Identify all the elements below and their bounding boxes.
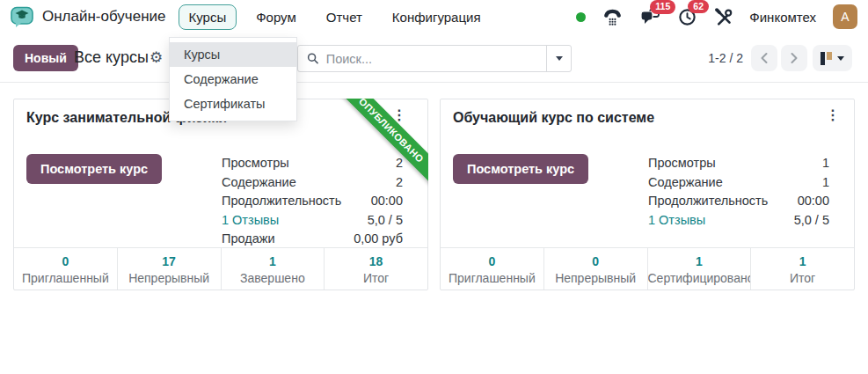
stat-value: 2 [396,154,403,173]
stat-value: 5,0 / 5 [368,211,403,231]
activities-count-badge: 62 [688,0,709,13]
view-course-button[interactable]: Посмотреть курс [453,154,588,184]
stat-row: Продажи 0,00 руб [222,230,403,249]
stat-row: Просмотры 1 [648,154,829,173]
footer-stat-total[interactable]: 1 Итог [751,248,854,290]
course-title: Обучающий курс по системе [453,110,842,126]
chevron-down-icon [837,56,844,61]
stat-value: 1 [822,154,829,173]
pager-range: 1-2 / 2 [708,51,743,65]
footer-stat-label: Завершено [222,271,325,285]
app-title: Онлайн-обучение [42,8,166,26]
stat-value: 00:00 [371,192,403,211]
footer-stat-value: 1 [751,254,854,268]
view-course-button[interactable]: Посмотреть курс [26,154,162,184]
stat-row: 1 Отзывы 5,0 / 5 [648,211,829,231]
menu-forum[interactable]: Форум [245,4,307,30]
gear-icon[interactable]: ⚙ [150,48,163,67]
stat-row: 1 Отзывы 5,0 / 5 [222,211,403,231]
online-status-dot [576,12,586,22]
main-menu: Курсы Форум Отчет Конфигурация [179,4,492,30]
control-panel: Новый Все курсы ⚙ 1-2 / 2 [0,33,868,83]
stat-value: 00:00 [798,192,829,211]
footer-stat-value: 0 [441,254,543,268]
footer-stat-invited[interactable]: 0 Приглашенный [441,248,544,290]
search-bar [297,45,572,72]
kanban-view-icon [821,52,832,65]
dropdown-item-certificates[interactable]: Сертификаты [170,92,296,116]
pager-previous-button[interactable] [751,45,777,71]
card-footer: 0 Приглашенный 17 Непрерывный 1 Завершен… [14,247,427,290]
view-switcher-button[interactable] [813,45,852,71]
messages-count-badge: 115 [650,0,675,14]
footer-stat-value: 0 [544,254,647,268]
new-button[interactable]: Новый [13,45,78,71]
card-footer: 0 Приглашенный 0 Непрерывный 1 Сертифици… [441,247,854,290]
search-icon [307,52,319,65]
courses-menu-dropdown: Курсы Содержание Сертификаты [169,37,297,121]
reviews-link[interactable]: 1 Отзывы [648,211,705,231]
search-filters-toggle[interactable] [547,46,571,71]
footer-stat-value: 0 [14,254,117,268]
kebab-menu-icon[interactable]: ⋮ [392,108,406,122]
course-stats: Просмотры 2 Содержание 2 Продолжительнос… [222,154,403,249]
dropdown-item-courses[interactable]: Курсы [170,42,296,67]
stat-row: Просмотры 2 [222,154,403,173]
stat-label: Содержание [648,173,723,193]
stat-label: Продолжительность [648,192,768,211]
search-input[interactable] [326,52,537,66]
chevron-down-icon [556,56,563,61]
stat-label: Просмотры [648,154,716,173]
course-card-physics[interactable]: Курс занимательной физики ⋮ ОПУБЛИКОВАНО… [13,99,428,290]
footer-stat-label: Итог [325,271,427,285]
course-stats: Просмотры 1 Содержание 1 Продолжительнос… [648,154,829,230]
kanban-area: Курс занимательной физики ⋮ ОПУБЛИКОВАНО… [0,83,868,374]
footer-stat-completed[interactable]: 1 Завершено [222,248,325,290]
stat-value: 1 [822,173,829,193]
stat-row: Продолжительность 00:00 [648,192,829,211]
stat-value: 2 [396,173,403,193]
footer-stat-label: Непрерывный [118,271,221,285]
messages-icon[interactable]: 115 [639,7,660,26]
systray: 115 62 Финкомтех A [576,4,857,29]
stat-label: Продажи [222,230,275,249]
footer-stat-value: 1 [222,254,325,268]
search-input-area[interactable] [298,46,547,71]
stat-row: Содержание 2 [222,173,403,193]
elearning-app-icon[interactable] [11,6,33,28]
footer-stat-label: Приглашенный [441,271,543,285]
pager-next-button[interactable] [781,45,807,71]
breadcrumb: Все курсы [74,48,149,67]
footer-stat-invited[interactable]: 0 Приглашенный [14,248,118,290]
menu-report[interactable]: Отчет [316,4,373,30]
activities-clock-icon[interactable]: 62 [677,7,697,27]
stat-row: Продолжительность 00:00 [222,192,403,211]
kebab-menu-icon[interactable]: ⋮ [826,108,840,122]
reviews-link[interactable]: 1 Отзывы [222,211,279,231]
footer-stat-label: Непрерывный [544,271,647,285]
tools-icon[interactable] [714,8,733,26]
stat-label: Продолжительность [222,192,341,211]
menu-courses[interactable]: Курсы [179,4,237,30]
footer-stat-certified[interactable]: 1 Сертифицировано [648,248,752,290]
footer-stat-label: Приглашенный [14,271,117,285]
footer-stat-ongoing[interactable]: 17 Непрерывный [118,248,222,290]
user-avatar[interactable]: A [833,4,857,29]
footer-stat-total[interactable]: 18 Итог [325,248,427,290]
stat-label: Просмотры [222,154,289,173]
footer-stat-label: Итог [751,271,854,285]
footer-stat-ongoing[interactable]: 0 Непрерывный [544,248,648,290]
stat-label: Содержание [222,173,296,193]
footer-stat-value: 1 [648,254,751,268]
stat-value: 5,0 / 5 [794,211,829,231]
footer-stat-value: 18 [325,254,427,268]
softphone-icon[interactable] [602,7,623,27]
footer-stat-label: Сертифицировано [648,271,751,285]
stat-row: Содержание 1 [648,173,829,193]
company-name[interactable]: Финкомтех [749,10,816,25]
course-card-system[interactable]: Обучающий курс по системе ⋮ Посмотреть к… [440,99,855,290]
top-navbar: Онлайн-обучение Курсы Форум Отчет Конфиг… [0,0,868,33]
dropdown-item-contents[interactable]: Содержание [170,67,296,92]
menu-configuration[interactable]: Конфигурация [382,4,492,30]
chevron-right-icon [790,52,799,64]
